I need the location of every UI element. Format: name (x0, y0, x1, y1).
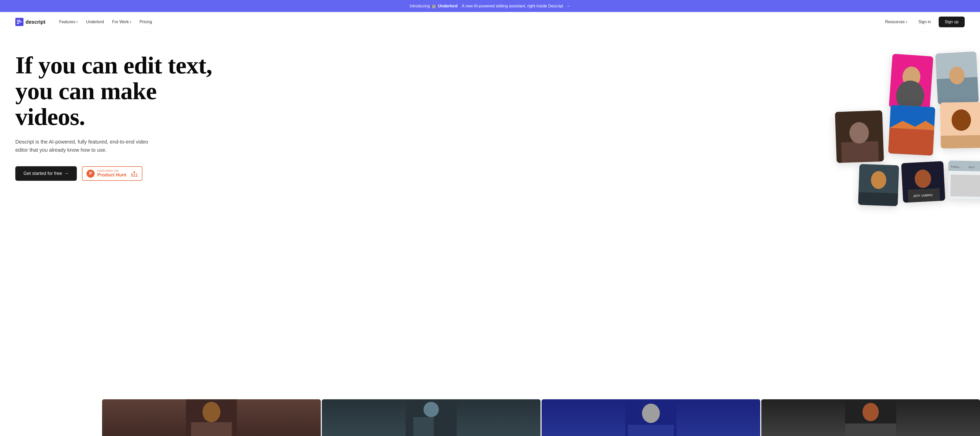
bottom-photos (102, 399, 980, 436)
product-hunt-badge[interactable]: P FEATURED ON Product Hunt ▲ 511 (82, 166, 142, 181)
nav-pricing[interactable]: Pricing (136, 17, 156, 26)
announcement-link[interactable]: Introducing 🤖 Underlord A new AI-powered… (410, 3, 570, 8)
hero-title: If you can edit text, you can make video… (15, 52, 215, 130)
ph-product-name: Product Hunt (97, 172, 126, 178)
logo[interactable]: descript (15, 18, 45, 26)
bottom-photo-2 (322, 399, 541, 436)
svg-point-36 (424, 402, 439, 417)
hero-image-card-5 (940, 102, 980, 149)
hero-subtitle: Descript is the AI-powered, fully featur… (15, 138, 153, 154)
hero-image-card-1 (889, 54, 933, 110)
bottom-photo-4 (761, 399, 980, 436)
hero-content: If you can edit text, you can make video… (15, 52, 215, 425)
announcement-description (459, 4, 460, 8)
hero-title-line2: you can make videos. (15, 77, 156, 130)
announcement-arrow: → (566, 4, 570, 8)
svg-rect-30 (950, 174, 980, 197)
ph-vote-count: ▲ 511 (131, 170, 138, 178)
hero-image-card-2 (935, 51, 979, 105)
announcement-desc-text: A new AI-powered editing assistant, righ… (462, 4, 563, 8)
nav-for-work[interactable]: For Work ▾ (108, 17, 135, 26)
product-hunt-text: FEATURED ON Product Hunt (97, 169, 126, 178)
hero-image-card-3 (835, 110, 884, 163)
product-hunt-icon: P (86, 170, 95, 178)
nav-features[interactable]: Features ▾ (56, 17, 81, 26)
svg-rect-2 (17, 21, 22, 22)
ph-votes: 511 (131, 173, 138, 178)
cta-button[interactable]: Get started for free → (15, 166, 77, 181)
svg-rect-14 (888, 128, 934, 155)
svg-rect-18 (941, 135, 980, 149)
hero-image-card-6 (858, 164, 899, 206)
svg-rect-3 (17, 23, 19, 24)
svg-text:Podca...: Podca... (951, 165, 961, 168)
hero-image-card-8: Podca... BEST (948, 161, 980, 200)
svg-rect-1 (17, 20, 21, 21)
signup-button[interactable]: Sign up (939, 17, 965, 27)
bottom-photo-3 (542, 399, 760, 436)
for-work-chevron-icon: ▾ (130, 21, 131, 24)
cta-label: Get started for free (24, 171, 62, 176)
svg-rect-35 (414, 417, 434, 436)
nav-links: Features ▾ Underlord For Work ▾ Pricing (56, 17, 882, 26)
image-person-1 (889, 54, 933, 110)
hero-image-card-4 (888, 105, 935, 156)
resources-chevron-icon: ▾ (906, 21, 907, 24)
logo-icon (15, 18, 24, 26)
ph-featured-label: FEATURED ON (97, 169, 126, 172)
hero-images: JEFF UMBRO Podca... BEST (807, 52, 980, 206)
announcement-banner[interactable]: Introducing 🤖 Underlord A new AI-powered… (0, 0, 980, 12)
svg-rect-42 (845, 423, 896, 436)
svg-text:BEST: BEST (969, 166, 975, 168)
svg-rect-21 (858, 192, 898, 206)
svg-point-38 (642, 404, 660, 423)
announcement-product: Underlord (438, 4, 457, 8)
hero-image-card-7: JEFF UMBRO (901, 161, 945, 203)
navbar: descript Features ▾ Underlord For Work ▾… (0, 12, 980, 32)
ph-triangle-icon: ▲ (133, 170, 136, 173)
nav-underlord[interactable]: Underlord (83, 17, 107, 26)
cta-arrow-icon: → (64, 171, 68, 176)
resources-button[interactable]: Resources ▾ (881, 17, 911, 26)
logo-text: descript (25, 19, 45, 25)
hero-title-line1: If you can edit text, (15, 51, 212, 79)
announcement-prefix: Introducing (410, 4, 430, 8)
hero-section: If you can edit text, you can make video… (0, 32, 980, 436)
svg-rect-11 (841, 141, 879, 163)
nav-right: Resources ▾ Sign in Sign up (881, 17, 965, 27)
hero-actions: Get started for free → P FEATURED ON Pro… (15, 166, 215, 181)
announcement-emoji: 🤖 (431, 3, 436, 8)
svg-rect-39 (628, 425, 674, 436)
features-chevron-icon: ▾ (76, 21, 78, 24)
svg-point-41 (862, 403, 879, 421)
signin-button[interactable]: Sign in (915, 17, 935, 26)
